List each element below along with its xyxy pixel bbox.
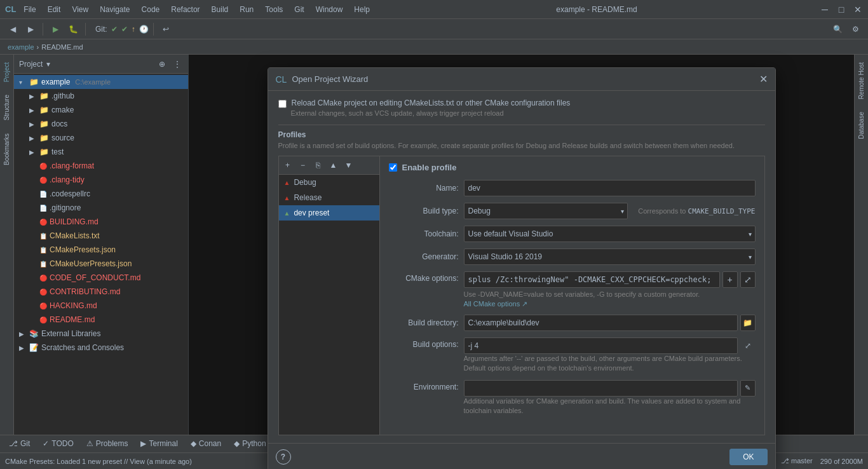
build-type-label: Build type:: [389, 207, 459, 215]
tree-item[interactable]: ▶ 📋 CMakePresets.json: [14, 243, 188, 257]
tree-item[interactable]: ▶ 📁 test: [14, 145, 188, 159]
terminal-tab-icon: ▶: [140, 439, 146, 448]
profile-item-debug[interactable]: ▲ Debug: [279, 175, 379, 190]
menu-window[interactable]: Window: [312, 5, 347, 14]
cmake-options-expand-button[interactable]: ⤢: [740, 271, 756, 288]
build-type-select[interactable]: Debug Release RelWithDebInfo MinSizeRel: [464, 203, 628, 219]
tree-item[interactable]: ▶ 🔴 CONTRIBUTING.md: [14, 285, 188, 299]
toolbar-debug-button[interactable]: 🐛: [65, 22, 81, 37]
tree-item[interactable]: ▶ 📋 CMakeUserPresets.json: [14, 257, 188, 271]
menu-file[interactable]: File: [20, 5, 39, 14]
tree-item[interactable]: ▶ 📋 CMakeLists.txt: [14, 229, 188, 243]
toolbar-settings-button[interactable]: ⚙: [848, 22, 863, 37]
menu-run[interactable]: Run: [236, 5, 257, 14]
tab-git[interactable]: ⎇ Git: [3, 437, 36, 452]
toolbar-forward-button[interactable]: ▶: [23, 22, 38, 37]
minimize-button[interactable]: ─: [820, 4, 830, 15]
tree-item[interactable]: ▶ 📁 cmake: [14, 103, 188, 117]
side-tab-database[interactable]: Database: [856, 107, 867, 144]
menu-tools[interactable]: Tools: [261, 5, 287, 14]
project-add-button[interactable]: ⊕: [156, 58, 168, 70]
cmake-options-add-button[interactable]: +: [722, 271, 738, 288]
file-icon: 🔴: [39, 219, 47, 226]
env-edit-button[interactable]: ✎: [740, 380, 756, 397]
profile-item-dev-preset[interactable]: ▲ dev preset: [279, 205, 379, 221]
menu-help[interactable]: Help: [350, 5, 374, 14]
enable-profile-checkbox[interactable]: [389, 163, 397, 172]
dialog-close-button[interactable]: ✕: [759, 73, 768, 85]
menu-code[interactable]: Code: [138, 5, 164, 14]
tree-item[interactable]: ▶ 📁 source: [14, 131, 188, 145]
side-tab-bookmarks[interactable]: Bookmarks: [1, 128, 12, 170]
tab-problems[interactable]: ⚠ Problems: [80, 437, 135, 452]
toolchain-select[interactable]: Use default Visual Studio: [464, 226, 756, 242]
build-dir-browse-button[interactable]: 📁: [740, 315, 756, 331]
toolbar-search-button[interactable]: 🔍: [830, 22, 845, 37]
remove-profile-button[interactable]: −: [296, 158, 310, 172]
tree-item[interactable]: ▶ 🔴 .clang-format: [14, 159, 188, 173]
toolbar-undo-button[interactable]: ↩: [158, 22, 173, 37]
tab-terminal[interactable]: ▶ Terminal: [134, 437, 184, 452]
menu-git[interactable]: Git: [290, 5, 308, 14]
name-input[interactable]: [464, 180, 756, 196]
reload-cmake-checkbox[interactable]: [278, 100, 287, 108]
generator-select[interactable]: Visual Studio 16 2019: [464, 248, 756, 265]
modal-overlay: CL Open Project Wizard ✕ Reload CMake pr…: [189, 55, 854, 435]
menu-build[interactable]: Build: [208, 5, 233, 14]
toolbar-back-button[interactable]: ◀: [5, 22, 20, 37]
tree-arrow: ▶: [29, 135, 37, 142]
side-tab-structure[interactable]: Structure: [1, 90, 12, 126]
tree-item[interactable]: ▶ 📄 .gitignore: [14, 201, 188, 215]
help-button[interactable]: ?: [276, 449, 291, 465]
scratches-label: Scratches and Consoles: [41, 343, 124, 352]
close-button[interactable]: ✕: [853, 4, 863, 15]
env-input[interactable]: [464, 380, 738, 397]
menu-edit[interactable]: Edit: [44, 5, 65, 14]
project-options-button[interactable]: ⋮: [172, 58, 183, 70]
tree-root-path: C:\example: [75, 78, 111, 86]
menu-navigate[interactable]: Navigate: [96, 5, 133, 14]
build-dir-label: Build directory:: [389, 318, 459, 327]
build-opts-input[interactable]: [464, 337, 738, 354]
file-icon: 📋: [39, 247, 47, 254]
reload-cmake-label: Reload CMake project on editing CMakeLis…: [292, 99, 571, 107]
menu-view[interactable]: View: [68, 5, 92, 14]
menu-refactor[interactable]: Refactor: [167, 5, 203, 14]
tree-item[interactable]: ▶ 📄 .codespellrc: [14, 187, 188, 201]
profile-item-release[interactable]: ▲ Release: [279, 190, 379, 205]
git-branch-status[interactable]: ⎇ master: [781, 457, 813, 465]
move-up-button[interactable]: ▲: [327, 158, 341, 172]
project-dropdown-arrow[interactable]: ▾: [46, 60, 50, 69]
profiles-list: + − ⎘ ▲ ▼ ▲ Debug: [278, 156, 380, 435]
tab-todo[interactable]: ✓ TODO: [36, 437, 79, 452]
maximize-button[interactable]: □: [836, 4, 846, 15]
side-tab-remote-host[interactable]: Remote Host: [856, 57, 867, 104]
tree-item[interactable]: ▶ 🔴 CODE_OF_CONDUCT.md: [14, 271, 188, 285]
git-history-icon[interactable]: 🕐: [139, 25, 149, 34]
toolbar-run-button[interactable]: ▶: [48, 22, 63, 37]
tree-item[interactable]: ▶ 🔴 README.md: [14, 313, 188, 327]
move-down-button[interactable]: ▼: [342, 158, 356, 172]
window-title: example - README.md: [556, 5, 637, 14]
tab-conan[interactable]: ◆ Conan: [184, 437, 227, 452]
tree-root-item[interactable]: ▾ 📁 example C:\example: [14, 75, 188, 89]
add-profile-button[interactable]: +: [281, 158, 295, 172]
tree-label: HACKING.md: [50, 301, 97, 310]
cmake-all-options-link[interactable]: All CMake options ↗: [464, 300, 528, 308]
tree-arrow: ▶: [29, 93, 37, 100]
tree-item[interactable]: ▶ 🔴 BUILDING.md: [14, 215, 188, 229]
build-opts-expand-button[interactable]: ⤢: [740, 337, 756, 354]
external-libraries-item[interactable]: ▶ 📚 External Libraries: [14, 327, 188, 341]
dialog-footer: ? OK: [268, 443, 775, 469]
side-tab-project[interactable]: Project: [1, 57, 12, 87]
scratches-item[interactable]: ▶ 📝 Scratches and Consoles: [14, 341, 188, 355]
tree-item[interactable]: ▶ 🔴 HACKING.md: [14, 299, 188, 313]
tree-item[interactable]: ▶ 🔴 .clang-tidy: [14, 173, 188, 187]
build-dir-input[interactable]: [464, 315, 738, 331]
ok-button[interactable]: OK: [729, 449, 767, 465]
cmake-options-input[interactable]: [464, 271, 720, 288]
copy-profile-button[interactable]: ⎘: [311, 158, 325, 172]
tree-item[interactable]: ▶ 📁 .github: [14, 89, 188, 103]
tree-item[interactable]: ▶ 📁 docs: [14, 117, 188, 131]
breadcrumb-project[interactable]: example: [8, 43, 34, 51]
